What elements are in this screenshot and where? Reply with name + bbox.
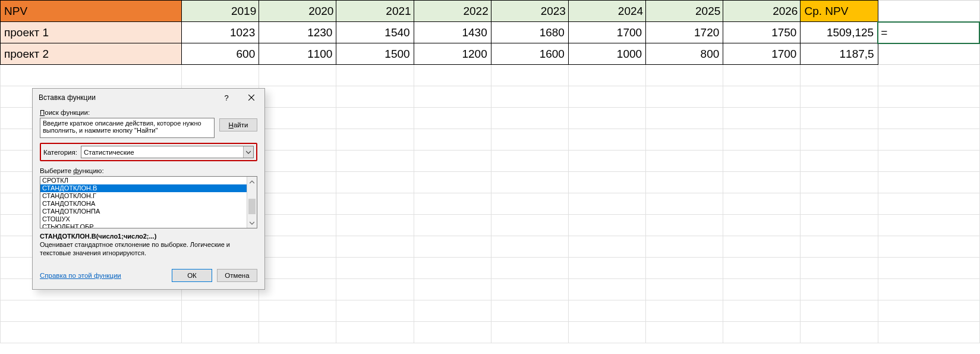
cell[interactable]: 1600 [491,43,568,65]
cell[interactable] [878,1,979,22]
scroll-thumb[interactable] [248,199,256,214]
function-list-item[interactable]: СТАНДОТКЛОНПА [40,208,247,215]
cell[interactable]: 1500 [336,43,414,65]
scrollbar[interactable] [247,177,257,228]
select-function-label: Выберите функцию: [40,167,257,174]
row-label[interactable]: проект 1 [1,22,182,43]
cell[interactable]: 1720 [646,22,723,43]
function-list-item[interactable]: СРОТКЛ [40,177,247,184]
cell[interactable]: 1200 [414,43,491,65]
cancel-button[interactable]: Отмена [217,269,257,282]
avg-cell[interactable]: 1509,125 [801,22,878,43]
search-label: Поиск функции: [40,109,257,116]
function-signature: СТАНДОТКЛОН.В(число1;число2;...) [40,232,257,240]
ok-button[interactable]: ОК [172,269,212,282]
close-icon [248,95,254,101]
header-year[interactable]: 2021 [336,1,414,22]
header-npv[interactable]: NPV [1,1,182,22]
function-list-item[interactable]: СТАНДОТКЛОН.Г [40,192,247,200]
dialog-titlebar[interactable]: Вставка функции ? [33,89,264,106]
scroll-track[interactable] [247,187,257,218]
scroll-up-button[interactable] [247,177,257,187]
scroll-down-button[interactable] [247,218,257,228]
chevron-up-icon [250,180,254,184]
cell[interactable]: 1750 [723,22,801,43]
help-link[interactable]: Справка по этой функции [40,272,167,279]
category-value: Статистические [81,149,137,156]
category-label: Категория: [43,149,77,156]
insert-function-dialog: Вставка функции ? Поиск функции: Введите… [32,88,265,290]
function-list-item[interactable]: СТАНДОТКЛОНА [40,200,247,208]
cell[interactable]: 1680 [491,22,568,43]
header-year[interactable]: 2025 [646,1,723,22]
search-input[interactable]: Введите краткое описание действия, котор… [40,118,215,138]
category-select[interactable]: Статистические [81,146,254,158]
cell[interactable]: 1000 [568,43,645,65]
cell[interactable]: 600 [182,43,259,65]
cell[interactable]: 1230 [259,22,336,43]
help-button[interactable]: ? [218,91,235,104]
function-description-text: Оценивает стандартное отклонение по выбо… [40,240,257,257]
cell[interactable] [878,43,979,65]
table-row: проект 2 600 1100 1500 1200 1600 1000 80… [1,43,980,65]
close-button[interactable] [243,91,260,104]
cell[interactable]: 1700 [568,22,645,43]
table-row: проект 1 1023 1230 1540 1430 1680 1700 1… [1,22,980,43]
category-row-highlighted: Категория: Статистические [40,143,257,161]
dialog-title: Вставка функции [39,93,218,102]
header-year[interactable]: 2019 [182,1,259,22]
cell[interactable]: 1100 [259,43,336,65]
row-label[interactable]: проект 2 [1,43,182,65]
chevron-down-icon [250,221,254,225]
cell[interactable]: 1700 [723,43,801,65]
avg-cell[interactable]: 1187,5 [801,43,878,65]
cell[interactable]: 1430 [414,22,491,43]
function-list-item[interactable]: СТЬЮДЕНТ.ОБР [40,223,247,228]
chevron-down-icon [246,151,251,154]
header-year[interactable]: 2020 [259,1,336,22]
header-row: NPV 2019 2020 2021 2022 2023 2024 2025 2… [1,1,980,22]
function-description: СТАНДОТКЛОН.В(число1;число2;...) Оценива… [40,232,257,257]
header-year[interactable]: 2026 [723,1,801,22]
dropdown-button[interactable] [243,146,253,158]
formula-cell[interactable]: = [878,22,979,43]
header-year[interactable]: 2023 [491,1,568,22]
cell[interactable]: 1023 [182,22,259,43]
header-avg-npv[interactable]: Ср. NPV [801,1,878,22]
function-list[interactable]: СРОТКЛСТАНДОТКЛОН.ВСТАНДОТКЛОН.ГСТАНДОТК… [40,176,257,228]
cell[interactable]: 1540 [336,22,414,43]
cell[interactable]: 800 [646,43,723,65]
header-year[interactable]: 2022 [414,1,491,22]
header-year[interactable]: 2024 [568,1,645,22]
function-list-item[interactable]: СТОШУХ [40,215,247,223]
find-button[interactable]: Найти [219,118,257,131]
function-list-item[interactable]: СТАНДОТКЛОН.В [40,184,247,192]
